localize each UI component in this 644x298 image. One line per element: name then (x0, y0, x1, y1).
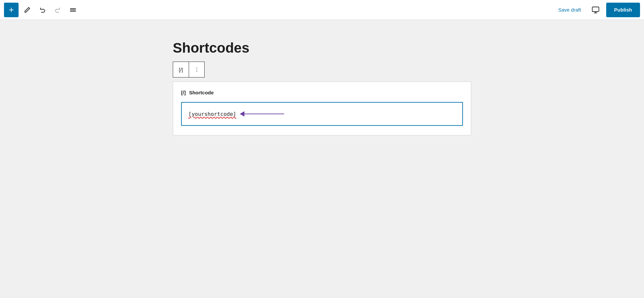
arrow-line (244, 114, 284, 114)
shortcode-block-header: [/] Shortcode (181, 90, 463, 95)
preview-button[interactable] (589, 3, 602, 17)
redo-button[interactable] (51, 3, 64, 17)
page-title: Shortcodes (173, 40, 471, 56)
shortcode-value: [yourshortcode] (188, 111, 236, 117)
shortcode-input-area[interactable]: [yourshortcode] (181, 102, 463, 126)
monitor-icon (592, 6, 600, 14)
undo-icon (39, 6, 46, 14)
toolbar-right-group: Save draft Publish (554, 3, 640, 17)
menu-icon (69, 6, 77, 14)
block-more-options-button[interactable]: ⋮ (189, 62, 205, 77)
arrow-head (240, 111, 244, 117)
shortcode-block-label: Shortcode (189, 90, 214, 95)
publish-button[interactable]: Publish (606, 3, 640, 17)
block-toolbar-row: [/] ⋮ (173, 62, 471, 77)
svg-rect-3 (592, 7, 599, 12)
shortcode-block-icon: [/] (181, 90, 186, 95)
editor-toolbar: + (0, 0, 644, 20)
toolbar-left-group: + (4, 3, 80, 17)
tools-menu-button[interactable] (66, 3, 80, 17)
shortcode-block-button[interactable]: [/] (173, 62, 189, 77)
editor-area: Shortcodes [/] ⋮ [/] Shortcode [yourshor… (173, 40, 471, 285)
shortcode-block: [/] Shortcode [yourshortcode] (173, 81, 471, 135)
arrow-annotation (244, 114, 284, 114)
save-draft-button[interactable]: Save draft (554, 4, 585, 15)
redo-icon (54, 6, 61, 14)
add-block-button[interactable]: + (4, 3, 19, 17)
edit-mode-button[interactable] (21, 3, 34, 17)
main-content: Shortcodes [/] ⋮ [/] Shortcode [yourshor… (0, 20, 644, 298)
pen-icon (24, 7, 31, 13)
undo-button[interactable] (36, 3, 49, 17)
